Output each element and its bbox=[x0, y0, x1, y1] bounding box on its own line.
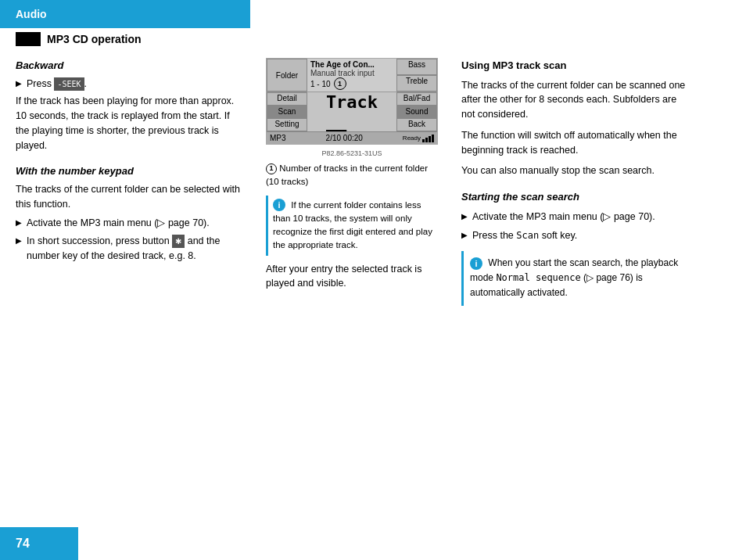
cd-bottom-bar: MP3 2/10 00:20 Ready bbox=[267, 131, 437, 144]
cd-top-bar: Folder The Age of Con... Manual track in… bbox=[267, 59, 437, 92]
star-badge: ✱ bbox=[172, 235, 185, 248]
fig-num-1: 1 bbox=[266, 163, 277, 174]
detail-button[interactable]: Detail bbox=[267, 92, 307, 106]
scan-para3: You can also manually stop the scan sear… bbox=[461, 163, 688, 178]
scan-button[interactable]: Scan bbox=[267, 106, 307, 119]
right-info-box: i When you start the scan search, the pl… bbox=[461, 251, 688, 306]
page-content: Backward ▶ Press -SEEK. If the track has… bbox=[0, 50, 746, 540]
right-bullet2: ▶ Press the Scan soft key. bbox=[461, 228, 688, 243]
normal-seq: Normal sequence bbox=[496, 272, 580, 283]
header-row: Audio bbox=[0, 0, 746, 28]
cd-top-info: The Age of Con... Manual track input 1 -… bbox=[307, 59, 396, 92]
info-icon: i bbox=[273, 199, 285, 211]
page-footer: 74 bbox=[0, 527, 746, 560]
keypad-bullet1-text: Activate the MP3 main menu (▷ page 70). bbox=[27, 216, 210, 231]
back-button[interactable]: Back bbox=[396, 118, 437, 131]
sound-button[interactable]: Sound bbox=[396, 106, 437, 119]
cd-display: Folder The Age of Con... Manual track in… bbox=[266, 58, 438, 145]
bar3 bbox=[429, 136, 431, 142]
keypad-bullet1: ▶ Activate the MP3 main menu (▷ page 70)… bbox=[16, 216, 242, 231]
bar1 bbox=[422, 139, 425, 142]
cd-menu-area: Detail Scan Setting Track __ Bal/Fad bbox=[267, 92, 437, 131]
middle-info-box: i If the current folder contains less th… bbox=[266, 196, 438, 256]
arrow-icon: ▶ bbox=[16, 77, 22, 89]
caption-area: 1 Number of tracks in the current folder… bbox=[266, 162, 438, 189]
left-column: Backward ▶ Press -SEEK. If the track has… bbox=[16, 58, 258, 540]
bass-button[interactable]: Bass bbox=[396, 59, 437, 75]
track-underscore: __ bbox=[326, 112, 347, 131]
black-bar bbox=[16, 32, 41, 46]
scan-heading: Using MP3 track scan bbox=[461, 58, 688, 74]
mp3-label: MP3 bbox=[270, 134, 286, 142]
starting-heading: Starting the scan search bbox=[461, 189, 688, 205]
keypad-bullet2-text: In short succession, press button ✱ and … bbox=[27, 234, 242, 264]
page-header: Audio MP3 CD operation bbox=[0, 0, 746, 50]
section-row: MP3 CD operation bbox=[0, 28, 746, 50]
folder-button[interactable]: Folder bbox=[267, 59, 307, 92]
scan-code: Scan bbox=[516, 230, 539, 241]
cd-status-right: Ready bbox=[403, 135, 434, 142]
info-text: If the current folder contains less than… bbox=[273, 200, 432, 250]
keypad-para1: The tracks of the current folder can be … bbox=[16, 182, 242, 212]
keypad-heading: With the number keypad bbox=[16, 163, 242, 179]
cd-range: 1 - 10 bbox=[310, 80, 331, 88]
cd-center-display: Track __ bbox=[307, 92, 396, 131]
scan-para2: The function will switch off automatical… bbox=[461, 128, 688, 158]
part-number: P82.86-5231-31US bbox=[266, 149, 438, 157]
right-info-text: When you start the scan search, the play… bbox=[470, 257, 678, 298]
arrow-icon3: ▶ bbox=[16, 235, 22, 246]
right-column: Using MP3 track scan The tracks of the c… bbox=[446, 58, 688, 540]
right-bullet1-text: Activate the MP3 main menu (▷ page 70). bbox=[472, 210, 655, 224]
cd-right-top-btns: Bass Treble bbox=[396, 59, 437, 92]
audio-header: Audio bbox=[0, 0, 250, 28]
middle-column: Folder The Age of Con... Manual track in… bbox=[258, 58, 446, 540]
cd-left-btns: Detail Scan Setting bbox=[267, 92, 307, 131]
backward-arrow1-text: Press -SEEK. bbox=[27, 77, 87, 92]
treble-button[interactable]: Treble bbox=[396, 75, 437, 92]
right-arrow2: ▶ bbox=[461, 229, 468, 241]
backward-para1: If the track has been playing for more t… bbox=[16, 94, 242, 153]
arrow-icon2: ▶ bbox=[16, 217, 22, 228]
cd-subtitle: Manual track input bbox=[310, 69, 393, 77]
right-info-icon: i bbox=[470, 257, 482, 270]
keypad-bullet2: ▶ In short succession, press button ✱ an… bbox=[16, 234, 242, 264]
ready-label: Ready bbox=[403, 135, 421, 142]
audio-label: Audio bbox=[16, 8, 47, 20]
backward-heading: Backward bbox=[16, 58, 242, 74]
balfad-button[interactable]: Bal/Fad bbox=[396, 92, 437, 106]
bar4 bbox=[432, 135, 434, 142]
cd-right-btns: Bal/Fad Sound Back bbox=[396, 92, 437, 131]
right-bullet1: ▶ Activate the MP3 main menu (▷ page 70)… bbox=[461, 210, 688, 224]
cd-range-row: 1 - 10 1 bbox=[310, 77, 393, 90]
after-text: After your entry the selected track is p… bbox=[266, 262, 438, 292]
folder-btn-area: Folder bbox=[267, 59, 307, 92]
right-bullet2-text: Press the Scan soft key. bbox=[472, 228, 577, 243]
time-display: 2/10 00:20 bbox=[326, 134, 363, 142]
section-title: MP3 CD operation bbox=[47, 33, 142, 45]
circle-1-top: 1 bbox=[334, 77, 346, 90]
scan-para1: The tracks of the current folder can be … bbox=[461, 78, 688, 122]
seek-badge: -SEEK bbox=[54, 77, 84, 91]
page-number: 74 bbox=[0, 527, 78, 560]
signal-bars bbox=[422, 135, 434, 142]
caption1-text: Number of tracks in the current folder (… bbox=[266, 163, 428, 186]
backward-bullet1: ▶ Press -SEEK. bbox=[16, 77, 242, 92]
bar2 bbox=[425, 138, 428, 142]
cd-title: The Age of Con... bbox=[310, 60, 393, 69]
track-display: Track __ bbox=[326, 92, 378, 131]
right-arrow1: ▶ bbox=[461, 210, 468, 222]
setting-button[interactable]: Setting bbox=[267, 118, 307, 131]
track-label: Track bbox=[326, 92, 378, 112]
